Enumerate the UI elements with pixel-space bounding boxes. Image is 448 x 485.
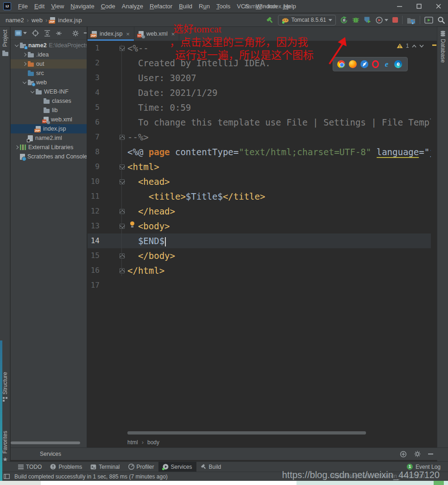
expand-all-icon[interactable] [44, 30, 50, 37]
code-line-12[interactable]: 12 </head> [88, 204, 431, 219]
code-line-8[interactable]: 8<%@ page contentType="text/html;charset… [88, 145, 431, 159]
edge-browser-icon[interactable] [394, 60, 402, 68]
profiler-button[interactable] [375, 16, 388, 24]
gear-icon[interactable] [72, 30, 79, 37]
tab-index-jsp[interactable]: index.jsp × [88, 27, 134, 41]
menu-item-navigate[interactable]: Navigate [67, 0, 97, 13]
fold-marker-icon[interactable] [120, 179, 125, 184]
tree-item-web-inf[interactable]: WEB-INF [11, 87, 87, 96]
code-line-7[interactable]: 7--%> [88, 130, 431, 145]
breadcrumb-project[interactable]: name2 [6, 17, 24, 24]
code-line-3[interactable]: 3 User: 30207 [88, 70, 431, 85]
opera-browser-icon[interactable] [372, 60, 379, 68]
minimize-button[interactable] [390, 0, 409, 13]
menu-item-tools[interactable]: Tools [213, 0, 233, 13]
build-hammer-icon[interactable] [266, 16, 274, 24]
breadcrumb-body[interactable]: body [147, 439, 159, 446]
run-with-coverage-button[interactable] [364, 16, 371, 24]
sidebar-tab-project[interactable]: Project [0, 30, 10, 56]
fold-marker-icon[interactable] [120, 209, 125, 214]
breadcrumb-file[interactable]: index.jsp [58, 17, 82, 24]
search-everywhere-icon[interactable] [437, 16, 445, 24]
menu-item-build[interactable]: Build [176, 0, 196, 13]
project-hscrollbar[interactable] [11, 441, 80, 444]
toolwindow-tab-profiler[interactable]: Profiler [124, 462, 158, 472]
code-line-16[interactable]: 16</html> [88, 263, 431, 278]
menu-item-run[interactable]: Run [196, 0, 213, 13]
toolwindow-tab-problems[interactable]: Problems [46, 462, 86, 472]
tree-item--idea[interactable]: .idea [11, 50, 87, 59]
inspection-widget[interactable]: 1 [397, 43, 424, 49]
project-structure-button[interactable] [407, 16, 416, 24]
chevron-right-icon[interactable] [15, 145, 19, 149]
rerun-server-button[interactable] [340, 16, 348, 24]
fold-marker-icon[interactable] [120, 46, 125, 51]
tree-item-name2-iml[interactable]: name2.iml [11, 133, 87, 143]
fold-marker-icon[interactable] [120, 164, 125, 170]
tree-item-index-jsp[interactable]: index.jsp [11, 124, 87, 133]
toolwindow-tab-services[interactable]: Services [158, 462, 196, 472]
fold-marker-icon[interactable] [120, 268, 125, 273]
tree-item-web[interactable]: web [11, 78, 87, 87]
close-button[interactable] [429, 0, 448, 13]
menu-item-edit[interactable]: Edit [31, 0, 48, 13]
menu-item-analyze[interactable]: Analyze [119, 0, 146, 13]
chevron-right-icon[interactable] [23, 62, 26, 66]
code-editor[interactable]: 1<%--2 Created by IntelliJ IDEA.3 User: … [88, 41, 431, 431]
toolwindow-toggle-icon[interactable] [4, 474, 10, 479]
close-icon[interactable]: × [126, 31, 130, 38]
debug-button[interactable] [352, 16, 360, 24]
stop-button[interactable] [392, 17, 398, 23]
hide-panel-icon[interactable] [84, 32, 87, 34]
chevron-down-icon[interactable] [15, 43, 19, 47]
menu-item-file[interactable]: File [15, 0, 31, 13]
event-log-button[interactable]: 1 Event Log [407, 464, 441, 470]
toolwindow-tab-todo[interactable]: TODO [14, 462, 46, 472]
editor-hscrollbar[interactable] [127, 431, 366, 435]
tree-item-external-libraries[interactable]: External Libraries [11, 143, 87, 152]
tree-item-src[interactable]: src [11, 69, 87, 78]
chevron-down-icon[interactable] [31, 89, 34, 93]
collapse-all-icon[interactable] [56, 30, 62, 37]
run-anything-button[interactable] [424, 17, 433, 24]
fold-marker-icon[interactable] [120, 253, 125, 258]
code-line-9[interactable]: 9<html> [88, 159, 431, 174]
view-selector-icon[interactable] [15, 30, 27, 36]
safari-browser-icon[interactable] [360, 60, 368, 68]
tree-item-classes[interactable]: classes [11, 96, 87, 106]
code-line-13[interactable]: 13 <body> [88, 219, 431, 233]
group-by-icon[interactable] [400, 451, 407, 458]
fold-marker-icon[interactable] [120, 135, 125, 140]
tree-item-lib[interactable]: lib [11, 106, 87, 115]
gear-icon[interactable] [414, 451, 421, 457]
menu-item-refactor[interactable]: Refactor [146, 0, 176, 13]
code-line-4[interactable]: 4 Date: 2021/1/29 [88, 85, 431, 100]
code-line-5[interactable]: 5 Time: 0:59 [88, 100, 431, 115]
code-line-17[interactable]: 17 [88, 278, 431, 293]
code-line-10[interactable]: 10 <head> [88, 174, 431, 189]
toolwindow-tab-build[interactable]: Build [196, 462, 226, 472]
run-configuration-selector[interactable]: Tomcat 8.5.61 [278, 15, 336, 25]
code-line-15[interactable]: 15 </body> [88, 248, 431, 263]
locate-file-icon[interactable] [32, 30, 39, 37]
code-line-6[interactable]: 6 To change this template use File | Set… [88, 115, 431, 130]
maximize-button[interactable] [409, 0, 429, 13]
tree-item-out[interactable]: out [11, 59, 87, 69]
tree-item-web-xml[interactable]: web.xml [11, 115, 87, 124]
fold-marker-icon[interactable] [120, 224, 125, 229]
ie-browser-icon[interactable]: e [383, 60, 391, 68]
breadcrumb-folder[interactable]: web [32, 17, 43, 24]
hide-panel-icon[interactable] [428, 454, 433, 455]
menu-item-view[interactable]: View [48, 0, 67, 13]
code-line-14[interactable]: 14 $END$ [88, 233, 431, 248]
code-line-11[interactable]: 11 <title>$Title$</title> [88, 189, 431, 204]
intention-bulb-icon[interactable] [130, 221, 134, 226]
chevron-right-icon[interactable] [23, 53, 26, 57]
chevron-down-icon[interactable] [23, 80, 26, 84]
breadcrumb-html[interactable]: html [127, 439, 138, 446]
sidebar-tab-database[interactable]: Database [437, 31, 448, 63]
menu-item-code[interactable]: Code [98, 0, 119, 13]
toolwindow-tab-terminal[interactable]: Terminal [86, 462, 124, 472]
tree-item-name2[interactable]: name2E:\IdeaProjects\name2 [11, 41, 87, 50]
tree-item-scratches-and-consoles[interactable]: Scratches and Consoles [11, 152, 87, 161]
